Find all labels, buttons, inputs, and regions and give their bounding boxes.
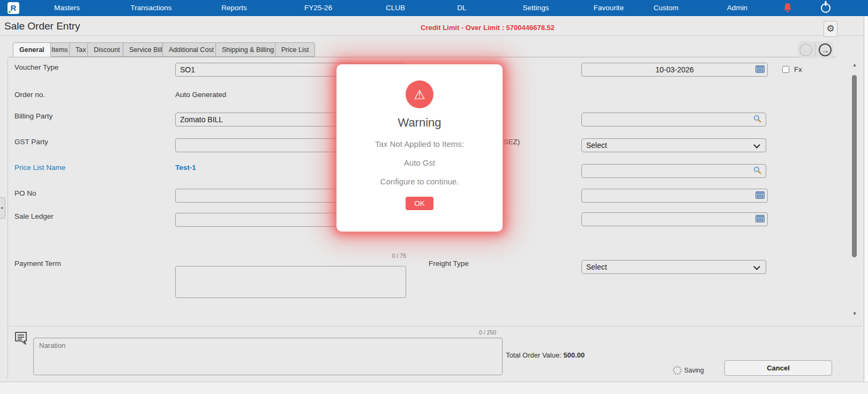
total-order-value-amount: 500.00 xyxy=(563,351,585,359)
footer-divider xyxy=(9,326,862,326)
warning-dialog: ⚠ Warning Tax Not Applied to Items: Auto… xyxy=(336,64,503,232)
date-input[interactable] xyxy=(581,63,768,77)
cancel-button[interactable]: Cancel xyxy=(724,360,832,376)
gst-party-label: GST Party xyxy=(14,138,48,146)
bottom-strip xyxy=(0,382,868,394)
top-nav-bar: R Masters Transactions Reports FY25-26 C… xyxy=(0,0,868,16)
tab-shipping-billing[interactable]: Shipping & Billing xyxy=(215,42,280,57)
total-order-value-label: Total Order Value: xyxy=(506,351,562,359)
narration-note-icon xyxy=(14,331,28,347)
nav-item-transactions[interactable]: Transactions xyxy=(131,0,172,16)
notification-bell-icon[interactable] xyxy=(783,3,792,13)
order-no-label: Order no. xyxy=(14,91,45,99)
fx-checkbox[interactable] xyxy=(782,66,789,73)
logo-green-dot xyxy=(9,11,11,13)
narration-counter: 0 / 250 xyxy=(445,329,496,336)
lookup-input-2[interactable] xyxy=(581,164,766,178)
po-no-label: PO No xyxy=(14,189,36,197)
saving-indicator: Saving xyxy=(673,366,704,375)
sez-label: (SEZ) xyxy=(501,138,520,146)
nav-item-fiscal-year[interactable]: FY25-26 xyxy=(304,0,332,16)
window-right-edge xyxy=(864,16,868,394)
credit-limit-warning: Credit Limit - Over Limit : 5700446678.5… xyxy=(421,24,555,32)
warning-dialog-title: Warning xyxy=(398,116,441,130)
calendar-icon[interactable] xyxy=(755,65,765,75)
tab-pager: ← → xyxy=(798,41,833,58)
app-logo[interactable]: R xyxy=(8,2,19,14)
warning-icon: ⚠ xyxy=(406,80,433,108)
sale-order-entry-screen: R Masters Transactions Reports FY25-26 C… xyxy=(0,0,868,394)
pager-back-icon[interactable]: ← xyxy=(799,43,812,56)
spinner-icon xyxy=(673,366,682,375)
voucher-type-label: Voucher Type xyxy=(14,63,58,71)
warning-message-line-3: Configure to continue. xyxy=(380,177,459,186)
content-left-border xyxy=(8,58,8,378)
tab-discount[interactable]: Discount xyxy=(87,42,126,57)
nav-item-settings[interactable]: Settings xyxy=(523,0,549,16)
date-input-2[interactable] xyxy=(581,189,768,203)
scroll-up-icon[interactable]: ▲ xyxy=(850,62,859,70)
pager-divider xyxy=(815,43,815,57)
scrollbar-thumb[interactable] xyxy=(852,75,857,257)
payment-term-label: Payment Term xyxy=(14,259,61,267)
calendar-icon-2[interactable] xyxy=(755,191,765,201)
fx-checkbox-row: Fx xyxy=(780,64,802,75)
search-icon-2[interactable] xyxy=(753,166,761,176)
side-panel-expand-handle[interactable]: ▸ xyxy=(0,197,5,219)
billing-party-label: Billing Party xyxy=(14,112,53,120)
payment-term-counter: 0 / 75 xyxy=(364,252,406,259)
tab-service-bill[interactable]: Service Bill xyxy=(123,42,169,57)
party-lookup-input[interactable] xyxy=(581,113,766,127)
nav-item-custom[interactable]: Custom xyxy=(654,0,679,16)
order-no-value: Auto Generated xyxy=(175,91,226,99)
warning-message-line-1: Tax Not Applied to Items: xyxy=(375,139,464,148)
date-input-3[interactable] xyxy=(581,212,768,226)
nav-item-admin[interactable]: Admin xyxy=(727,0,747,16)
gear-icon[interactable]: ⚙ xyxy=(824,21,837,37)
logout-power-icon[interactable] xyxy=(821,3,830,13)
freight-type-label: Freight Type xyxy=(429,259,469,267)
nav-item-masters[interactable]: Masters xyxy=(54,0,80,16)
vertical-scrollbar[interactable]: ▲ ▼ xyxy=(850,61,859,319)
nav-item-favourite[interactable]: Favourite xyxy=(594,0,624,16)
freight-type-select[interactable]: Select xyxy=(581,260,766,274)
payment-term-textarea[interactable] xyxy=(175,266,406,298)
saving-label: Saving xyxy=(684,367,704,374)
tab-price-list[interactable]: Price List xyxy=(275,42,315,57)
page-title: Sale Order Entry xyxy=(4,20,80,32)
tab-general[interactable]: General xyxy=(13,42,51,57)
nav-item-club[interactable]: CLUB xyxy=(386,0,405,16)
warning-message-line-2: Auto Gst xyxy=(404,158,435,167)
pager-forward-icon[interactable]: → xyxy=(819,43,832,56)
sale-ledger-label: Sale Ledger xyxy=(14,212,54,220)
sez-select[interactable]: Select xyxy=(581,138,766,152)
tab-additional-cost[interactable]: Additional Cost xyxy=(162,42,220,57)
search-icon[interactable] xyxy=(753,115,761,125)
nav-item-reports[interactable]: Reports xyxy=(221,0,246,16)
narration-textarea[interactable] xyxy=(33,338,503,375)
calendar-icon-3[interactable] xyxy=(755,215,765,225)
fx-label: Fx xyxy=(794,65,802,73)
price-list-name-value[interactable]: Test-1 xyxy=(175,163,196,172)
total-order-value: Total Order Value: 500.00 xyxy=(506,351,585,359)
nav-item-dl[interactable]: DL xyxy=(457,0,466,16)
ok-button[interactable]: OK xyxy=(406,197,433,210)
scroll-down-icon[interactable]: ▼ xyxy=(850,311,859,318)
price-list-name-link[interactable]: Price List Name xyxy=(14,163,65,172)
